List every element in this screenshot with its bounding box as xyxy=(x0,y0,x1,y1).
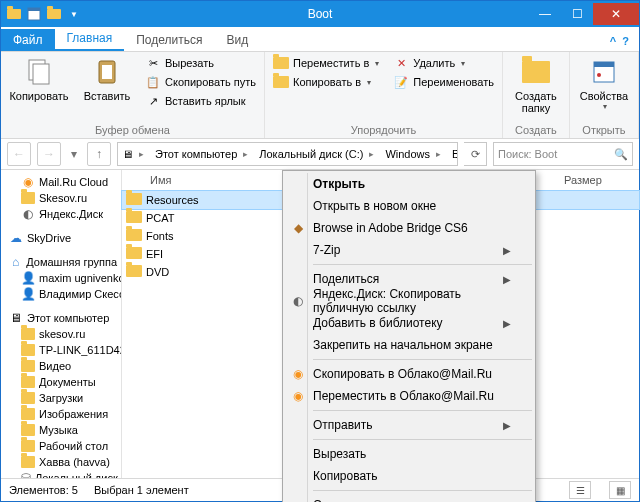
view-details-button[interactable]: ☰ xyxy=(569,481,591,499)
view-icons-button[interactable]: ▦ xyxy=(609,481,631,499)
tree-skydrive[interactable]: ☁SkyDrive xyxy=(1,230,121,246)
rename-button[interactable]: 📝Переименовать xyxy=(391,73,496,91)
folder-icon xyxy=(122,211,146,225)
delete-icon: ✕ xyxy=(393,55,409,71)
copy-to-button[interactable]: Копировать в▾ xyxy=(271,73,381,91)
ribbon-group-new: Создать папку Создать xyxy=(503,52,570,138)
qat-dropdown-icon[interactable]: ▼ xyxy=(65,5,83,23)
window-title: Boot xyxy=(308,7,333,21)
close-button[interactable]: ✕ xyxy=(593,3,639,25)
tree-desktop[interactable]: Рабочий стол xyxy=(1,438,121,454)
tree-skesov2[interactable]: skesov.ru xyxy=(1,326,121,342)
app-icon xyxy=(5,5,23,23)
ribbon-group-clipboard: Копировать Вставить ✂Вырезать 📋Скопирова… xyxy=(1,52,265,138)
yadisk-icon: ◐ xyxy=(289,292,307,310)
tree-yadisk[interactable]: ◐Яндекс.Диск xyxy=(1,206,121,222)
ctx-pin-start[interactable]: Закрепить на начальном экране xyxy=(285,334,533,356)
tree-music[interactable]: Музыка xyxy=(1,422,121,438)
tree-homegroup[interactable]: ⌂Домашняя группа xyxy=(1,254,121,270)
ctx-7zip[interactable]: 7-Zip▶ xyxy=(285,239,533,261)
titlebar: ▼ Boot — ☐ ✕ xyxy=(1,1,639,27)
ctx-open-new-window[interactable]: Открыть в новом окне xyxy=(285,195,533,217)
properties-button[interactable]: Свойства▾ xyxy=(576,54,632,111)
file-list: Имя Дата изменения Тип Размер ResourcesП… xyxy=(122,170,639,478)
ribbon-group-organize: Переместить в▾ Копировать в▾ ✕Удалить▾ 📝… xyxy=(265,52,503,138)
nav-back-button[interactable]: ← xyxy=(7,142,31,166)
ctx-yadisk-copylink[interactable]: ◐Яндекс.Диск: Скопировать публичную ссыл… xyxy=(285,290,533,312)
maximize-button[interactable]: ☐ xyxy=(561,3,593,25)
mailru-icon: ◉ xyxy=(289,365,307,383)
search-input[interactable]: Поиск: Boot 🔍 xyxy=(493,142,633,166)
tree-user1[interactable]: 👤maxim ugnivenko xyxy=(1,270,121,286)
submenu-arrow-icon: ▶ xyxy=(503,274,511,285)
address-bar: ← → ▾ ↑ 🖥▸ Этот компьютер▸ Локальный дис… xyxy=(1,139,639,170)
copy-path-button[interactable]: 📋Скопировать путь xyxy=(143,73,258,91)
tab-home[interactable]: Главная xyxy=(55,27,125,51)
tree-skesov[interactable]: Skesov.ru xyxy=(1,190,121,206)
copy-button[interactable]: Копировать xyxy=(7,54,71,102)
ctx-send-to[interactable]: Отправить▶ xyxy=(285,414,533,436)
bridge-icon: ◆ xyxy=(289,219,307,237)
ctx-mailru-copy[interactable]: ◉Скопировать в Облако@Mail.Ru xyxy=(285,363,533,385)
svg-rect-3 xyxy=(33,64,49,84)
ctx-create-shortcut[interactable]: Создать ярлык xyxy=(285,494,533,502)
cut-button[interactable]: ✂Вырезать xyxy=(143,54,258,72)
tree-thispc[interactable]: 🖥Этот компьютер xyxy=(1,310,121,326)
paste-button[interactable]: Вставить xyxy=(75,54,139,102)
move-to-button[interactable]: Переместить в▾ xyxy=(271,54,381,72)
status-item-count: Элементов: 5 xyxy=(9,484,78,496)
ctx-open[interactable]: Открыть xyxy=(285,173,533,195)
mailru-icon: ◉ xyxy=(289,387,307,405)
tab-view[interactable]: Вид xyxy=(214,29,260,51)
svg-rect-7 xyxy=(594,62,614,67)
tree-havva[interactable]: Хавва (havva) xyxy=(1,454,121,470)
rename-icon: 📝 xyxy=(393,74,409,90)
delete-button[interactable]: ✕Удалить▾ xyxy=(391,54,496,72)
breadcrumb[interactable]: 🖥▸ Этот компьютер▸ Локальный диск (C:)▸ … xyxy=(117,142,458,166)
nav-up-button[interactable]: ↑ xyxy=(87,142,111,166)
tree-mailru[interactable]: ◉Mail.Ru Cloud xyxy=(1,174,121,190)
context-menu: Открыть Открыть в новом окне ◆Browse in … xyxy=(282,170,536,502)
nav-forward-button[interactable]: → xyxy=(37,142,61,166)
tree-downloads[interactable]: Загрузки xyxy=(1,390,121,406)
tab-share[interactable]: Поделиться xyxy=(124,29,214,51)
tree-user2[interactable]: 👤Владимир Скесов xyxy=(1,286,121,302)
tree-videos[interactable]: Видео xyxy=(1,358,121,374)
minimize-button[interactable]: — xyxy=(529,3,561,25)
ctx-mailru-move[interactable]: ◉Переместить в Облако@Mail.Ru xyxy=(285,385,533,407)
tab-file[interactable]: Файл xyxy=(1,29,55,51)
submenu-arrow-icon: ▶ xyxy=(503,245,511,256)
folder-icon xyxy=(122,229,146,243)
ribbon-group-open: Свойства▾ Открыть xyxy=(570,52,639,138)
ctx-cut[interactable]: Вырезать xyxy=(285,443,533,465)
svg-rect-1 xyxy=(28,8,40,11)
refresh-button[interactable]: ⟳ xyxy=(464,142,487,166)
cut-icon: ✂ xyxy=(145,55,161,71)
ctx-browse-bridge[interactable]: ◆Browse in Adobe Bridge CS6 xyxy=(285,217,533,239)
folder-icon xyxy=(122,193,146,207)
ctx-copy[interactable]: Копировать xyxy=(285,465,533,487)
tree-tplink[interactable]: TP-LINK_611D42 xyxy=(1,342,121,358)
folder-icon xyxy=(122,265,146,279)
svg-point-8 xyxy=(597,73,601,77)
paste-shortcut-button[interactable]: ↗Вставить ярлык xyxy=(143,92,258,110)
search-icon: 🔍 xyxy=(614,148,628,161)
nav-history-dropdown[interactable]: ▾ xyxy=(67,143,81,165)
svg-rect-5 xyxy=(102,65,112,79)
new-folder-button[interactable]: Создать папку xyxy=(509,54,563,114)
ctx-add-library[interactable]: Добавить в библиотеку▶ xyxy=(285,312,533,334)
qat-props-icon[interactable] xyxy=(25,5,43,23)
pc-icon: 🖥 xyxy=(122,148,133,160)
nav-tree[interactable]: ◉Mail.Ru Cloud Skesov.ru ◐Яндекс.Диск ☁S… xyxy=(1,170,122,478)
explorer-window: ▼ Boot — ☐ ✕ Файл Главная Поделиться Вид… xyxy=(0,0,640,502)
tree-pictures[interactable]: Изображения xyxy=(1,406,121,422)
tree-documents[interactable]: Документы xyxy=(1,374,121,390)
ribbon-tabstrip: Файл Главная Поделиться Вид ^ ? xyxy=(1,27,639,52)
tree-localdisk[interactable]: ⛁Локальный диск xyxy=(1,470,121,478)
qat-newfolder-icon[interactable] xyxy=(45,5,63,23)
shortcut-icon: ↗ xyxy=(145,93,161,109)
submenu-arrow-icon: ▶ xyxy=(503,318,511,329)
ribbon-help-icon[interactable]: ^ ? xyxy=(600,31,639,51)
ribbon: Копировать Вставить ✂Вырезать 📋Скопирова… xyxy=(1,52,639,139)
status-selected-count: Выбран 1 элемент xyxy=(94,484,189,496)
